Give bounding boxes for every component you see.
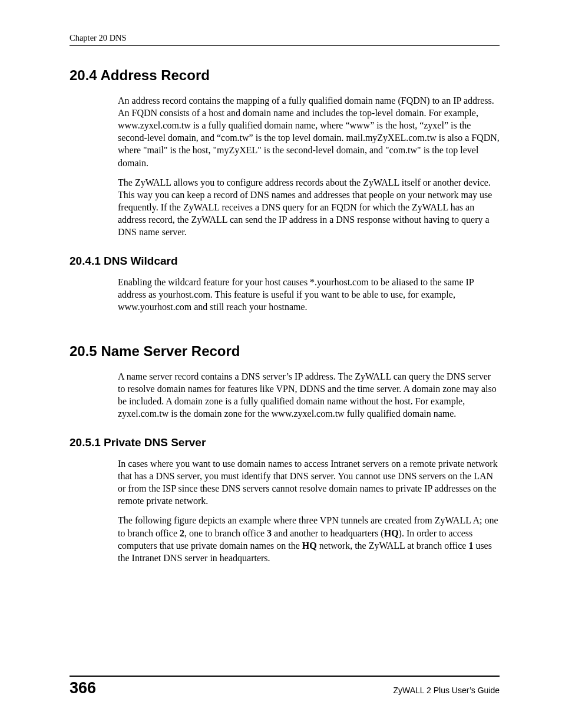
page-footer: 366 ZyWALL 2 Plus User’s Guide [70, 676, 500, 697]
para-20-4-1-1: Enabling the wildcard feature for your h… [118, 276, 500, 313]
page-number: 366 [70, 679, 96, 697]
header-rule [70, 45, 500, 46]
para-20-5-1-1: In cases where you want to use domain na… [118, 457, 500, 507]
text-run: network, the ZyWALL at branch office [317, 541, 469, 551]
para-20-5-1-2: The following figure depicts an example … [118, 514, 500, 564]
text-run: , one to branch office [184, 528, 267, 538]
footer-rule [70, 676, 500, 677]
bold-run: HQ [302, 541, 317, 551]
running-header: Chapter 20 DNS [70, 33, 500, 43]
text-run: and another to headquarters ( [272, 528, 384, 538]
heading-20-4-1: 20.4.1 DNS Wildcard [70, 255, 500, 268]
bold-run: HQ [384, 528, 399, 538]
bold-run: 2 [180, 528, 184, 538]
heading-20-4: 20.4 Address Record [70, 67, 500, 84]
para-20-4-1: An address record contains the mapping o… [118, 94, 500, 169]
para-20-5-1: A name server record contains a DNS serv… [118, 370, 500, 420]
guide-title: ZyWALL 2 Plus User’s Guide [393, 686, 500, 697]
para-20-4-2: The ZyWALL allows you to configure addre… [118, 176, 500, 239]
bold-run: 3 [267, 528, 272, 538]
heading-20-5-1: 20.5.1 Private DNS Server [70, 436, 500, 449]
heading-20-5: 20.5 Name Server Record [70, 343, 500, 360]
